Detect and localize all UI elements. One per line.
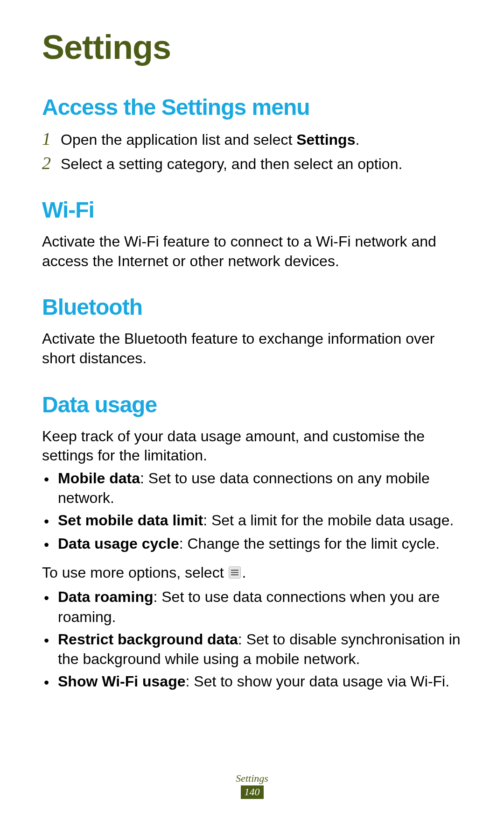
- bullet-icon: •: [42, 510, 58, 531]
- more-options-post: .: [242, 564, 246, 581]
- step-bold: Settings: [296, 131, 355, 148]
- more-options-pre: To use more options, select: [42, 564, 228, 581]
- bullet-text: Set mobile data limit: Set a limit for t…: [58, 510, 462, 530]
- bullet-icon: •: [42, 468, 58, 489]
- data-usage-intro: Keep track of your data usage amount, an…: [42, 427, 462, 466]
- section-title-access: Access the Settings menu: [42, 94, 462, 120]
- step-number: 2: [42, 154, 61, 173]
- section-title-bluetooth: Bluetooth: [42, 294, 462, 320]
- list-item: • Set mobile data limit: Set a limit for…: [42, 510, 462, 531]
- bullet-text: Restrict background data: Set to disable…: [58, 629, 462, 669]
- bullet-list-secondary: • Data roaming: Set to use data connecti…: [42, 587, 462, 692]
- bullet-rest: : Set to show your data usage via Wi-Fi.: [186, 673, 450, 690]
- step-prefix: Open the application list and select: [61, 131, 296, 148]
- bullet-icon: •: [42, 671, 58, 692]
- bullet-bold: Show Wi-Fi usage: [58, 673, 186, 690]
- page-footer: Settings 140: [0, 772, 504, 799]
- bullet-icon: •: [42, 587, 58, 608]
- step-prefix: Select a setting category, and then sele…: [61, 156, 402, 172]
- list-item: • Data usage cycle: Change the settings …: [42, 534, 462, 554]
- section-title-data-usage: Data usage: [42, 392, 462, 417]
- step-text: Select a setting category, and then sele…: [61, 154, 402, 174]
- bullet-bold: Data roaming: [58, 588, 153, 605]
- list-item: • Show Wi-Fi usage: Set to show your dat…: [42, 671, 462, 692]
- bullet-icon: •: [42, 534, 58, 554]
- bullet-rest: : Change the settings for the limit cycl…: [179, 535, 440, 552]
- bullet-text: Data roaming: Set to use data connection…: [58, 587, 462, 626]
- list-item: • Data roaming: Set to use data connecti…: [42, 587, 462, 626]
- list-item: • Mobile data: Set to use data connectio…: [42, 468, 462, 508]
- bullet-bold: Data usage cycle: [58, 535, 179, 552]
- bullet-bold: Mobile data: [58, 470, 140, 487]
- bullet-bold: Restrict background data: [58, 631, 238, 648]
- more-options-line: To use more options, select .: [42, 563, 462, 583]
- section-title-wifi: Wi-Fi: [42, 197, 462, 223]
- step-number: 1: [42, 129, 61, 149]
- footer-section-label: Settings: [0, 772, 504, 785]
- bullet-text: Data usage cycle: Change the settings fo…: [58, 534, 462, 553]
- bullet-text: Show Wi-Fi usage: Set to show your data …: [58, 671, 462, 691]
- bullet-rest: : Set a limit for the mobile data usage.: [203, 512, 454, 529]
- step-row: 2 Select a setting category, and then se…: [42, 154, 462, 174]
- step-suffix: .: [355, 131, 359, 148]
- bullet-icon: •: [42, 629, 58, 650]
- step-list-access: 1 Open the application list and select S…: [42, 129, 462, 174]
- bullet-list-primary: • Mobile data: Set to use data connectio…: [42, 468, 462, 555]
- bullet-text: Mobile data: Set to use data connections…: [58, 468, 462, 508]
- step-row: 1 Open the application list and select S…: [42, 129, 462, 150]
- menu-icon: [229, 566, 241, 579]
- step-text: Open the application list and select Set…: [61, 129, 359, 150]
- manual-page: Settings Access the Settings menu 1 Open…: [0, 0, 504, 827]
- list-item: • Restrict background data: Set to disab…: [42, 629, 462, 669]
- bluetooth-body: Activate the Bluetooth feature to exchan…: [42, 329, 462, 368]
- wifi-body: Activate the Wi-Fi feature to connect to…: [42, 232, 462, 271]
- page-number: 140: [241, 785, 264, 799]
- chapter-title: Settings: [42, 28, 462, 66]
- bullet-bold: Set mobile data limit: [58, 512, 203, 529]
